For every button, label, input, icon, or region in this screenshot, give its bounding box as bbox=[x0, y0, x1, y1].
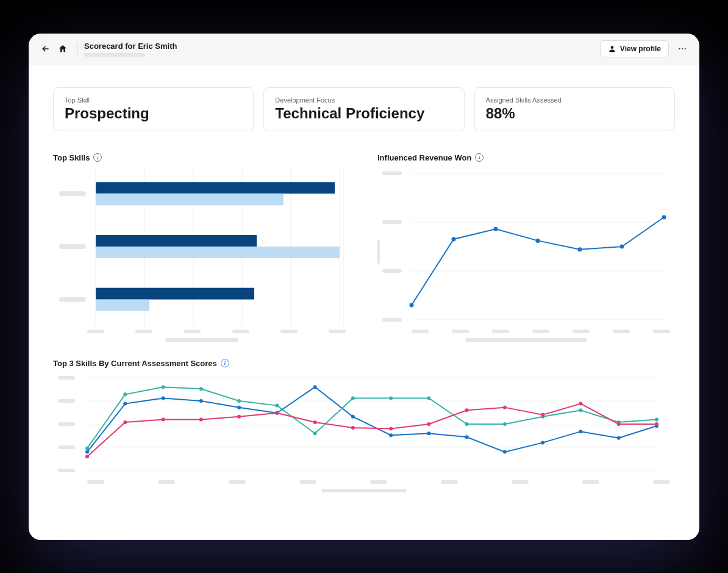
app-window: Scorecard for Eric Smith View profile To… bbox=[29, 34, 699, 540]
panel-title: Top Skills bbox=[53, 153, 90, 162]
svg-point-79 bbox=[123, 420, 127, 423]
panel-heading: Top Skills i bbox=[53, 153, 351, 162]
svg-point-87 bbox=[427, 422, 430, 426]
chart-row: Top Skills i Influenced Revenue Won i bbox=[53, 153, 675, 342]
svg-point-57 bbox=[503, 450, 507, 453]
view-profile-button[interactable]: View profile bbox=[600, 40, 669, 57]
panel-heading: Influenced Revenue Won i bbox=[377, 153, 675, 162]
svg-rect-14 bbox=[96, 235, 257, 247]
svg-rect-13 bbox=[59, 244, 86, 249]
card-dev-focus: Development Focus Technical Proficiency bbox=[263, 87, 464, 131]
svg-point-70 bbox=[389, 396, 393, 400]
svg-point-58 bbox=[541, 441, 544, 444]
svg-point-82 bbox=[237, 414, 241, 418]
svg-point-35 bbox=[662, 215, 666, 219]
svg-point-55 bbox=[427, 431, 430, 435]
svg-point-81 bbox=[199, 417, 203, 421]
card-label: Development Focus bbox=[275, 96, 452, 104]
panel-influenced-revenue: Influenced Revenue Won i bbox=[377, 153, 675, 342]
info-icon[interactable]: i bbox=[475, 153, 484, 162]
subtitle-placeholder bbox=[84, 53, 145, 57]
svg-point-56 bbox=[465, 435, 469, 439]
svg-point-89 bbox=[503, 405, 507, 409]
home-button[interactable] bbox=[54, 40, 71, 57]
influenced-chart bbox=[377, 167, 675, 326]
page-title: Scorecard for Eric Smith bbox=[84, 41, 177, 51]
panel-heading: Top 3 Skills By Current Assessment Score… bbox=[53, 359, 675, 368]
svg-point-83 bbox=[275, 411, 279, 414]
svg-rect-15 bbox=[96, 247, 340, 258]
summary-cards: Top Skill Prospecting Development Focus … bbox=[53, 87, 675, 131]
svg-point-65 bbox=[199, 387, 203, 391]
card-top-skill: Top Skill Prospecting bbox=[53, 87, 254, 131]
svg-rect-42 bbox=[58, 445, 75, 449]
svg-point-91 bbox=[579, 402, 582, 405]
content: Top Skill Prospecting Development Focus … bbox=[29, 65, 699, 540]
svg-point-46 bbox=[85, 450, 89, 453]
svg-point-64 bbox=[162, 385, 165, 389]
svg-rect-11 bbox=[96, 182, 335, 193]
more-button[interactable] bbox=[674, 40, 691, 57]
svg-point-84 bbox=[313, 420, 317, 423]
svg-point-53 bbox=[351, 414, 355, 418]
card-value: Technical Proficiency bbox=[275, 105, 452, 122]
svg-point-85 bbox=[351, 426, 355, 430]
panel-title: Top 3 Skills By Current Assessment Score… bbox=[53, 359, 217, 368]
chart-footer bbox=[53, 338, 351, 342]
svg-point-1 bbox=[679, 48, 680, 49]
svg-rect-18 bbox=[96, 299, 149, 311]
svg-point-86 bbox=[389, 427, 393, 430]
info-icon[interactable]: i bbox=[221, 359, 229, 367]
svg-point-29 bbox=[410, 303, 414, 307]
svg-point-33 bbox=[578, 247, 582, 251]
x-ticks bbox=[377, 330, 675, 333]
card-value: Prospecting bbox=[65, 105, 242, 122]
svg-point-67 bbox=[275, 403, 279, 407]
svg-point-30 bbox=[452, 237, 456, 241]
svg-rect-12 bbox=[96, 193, 284, 205]
view-profile-label: View profile bbox=[620, 45, 661, 53]
svg-point-73 bbox=[503, 422, 507, 426]
divider bbox=[77, 43, 78, 55]
card-label: Assigned Skills Assessed bbox=[486, 96, 663, 104]
svg-rect-26 bbox=[382, 318, 402, 322]
svg-rect-24 bbox=[382, 269, 402, 273]
svg-point-66 bbox=[237, 399, 241, 403]
x-ticks bbox=[53, 480, 675, 484]
svg-point-0 bbox=[611, 46, 614, 49]
svg-point-50 bbox=[237, 405, 241, 409]
svg-rect-36 bbox=[58, 376, 75, 380]
svg-rect-38 bbox=[58, 399, 75, 403]
svg-point-2 bbox=[682, 48, 683, 49]
svg-point-60 bbox=[617, 436, 621, 439]
panel-top-skills: Top Skills i bbox=[53, 153, 351, 342]
x-ticks bbox=[53, 330, 351, 333]
svg-rect-28 bbox=[377, 239, 380, 264]
info-icon[interactable]: i bbox=[93, 153, 102, 162]
svg-rect-10 bbox=[59, 191, 86, 196]
svg-point-59 bbox=[579, 430, 582, 433]
chart-footer bbox=[53, 489, 675, 492]
top3-chart bbox=[53, 373, 675, 477]
svg-point-47 bbox=[123, 402, 127, 405]
svg-point-93 bbox=[655, 422, 658, 426]
card-label: Top Skill bbox=[65, 96, 242, 104]
svg-point-48 bbox=[162, 396, 165, 400]
back-button[interactable] bbox=[37, 40, 54, 57]
svg-point-63 bbox=[123, 392, 127, 396]
svg-point-68 bbox=[313, 431, 317, 435]
svg-point-69 bbox=[351, 396, 355, 400]
svg-point-34 bbox=[620, 244, 624, 248]
svg-point-78 bbox=[85, 455, 89, 458]
svg-rect-16 bbox=[59, 297, 86, 301]
svg-point-80 bbox=[162, 417, 165, 421]
svg-point-32 bbox=[536, 238, 540, 242]
svg-point-31 bbox=[494, 226, 498, 231]
chart-footer bbox=[377, 338, 675, 342]
svg-rect-20 bbox=[382, 171, 402, 175]
svg-rect-17 bbox=[96, 287, 254, 299]
svg-point-92 bbox=[617, 422, 621, 426]
svg-point-49 bbox=[199, 399, 203, 403]
panel-top3-skills: Top 3 Skills By Current Assessment Score… bbox=[53, 359, 675, 492]
svg-point-75 bbox=[579, 408, 582, 412]
